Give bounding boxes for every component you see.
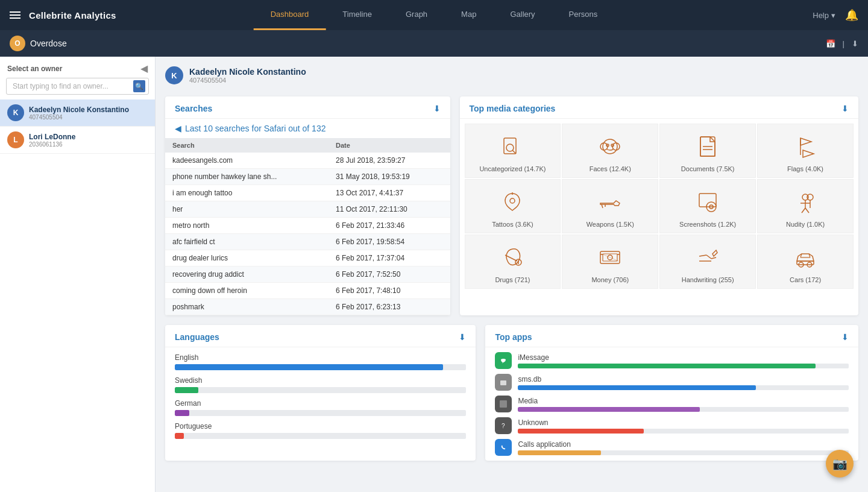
media-category-icon (595, 131, 625, 162)
media-category-icon (693, 242, 723, 273)
notifications-icon[interactable]: 🔔 (845, 8, 858, 22)
table-row[interactable]: i am enough tattoo13 Oct 2017, 4:41:37 (165, 185, 450, 201)
table-row[interactable]: kadeesangels.com28 Jul 2018, 23:59:27 (165, 153, 450, 169)
svg-line-23 (805, 208, 809, 213)
app-icon (495, 396, 512, 412)
nav-tabs: Dashboard Timeline Graph Map Gallery Per… (254, 0, 615, 30)
top-navigation: Cellebrite Analytics Dashboard Timeline … (0, 0, 868, 30)
language-name: German (175, 399, 466, 408)
language-bar (175, 410, 189, 416)
languages-list: English Swedish German Portuguese (165, 347, 476, 445)
col-date: Date (329, 138, 450, 153)
svg-line-22 (802, 208, 805, 213)
search-date: 6 Feb 2017, 6:23:13 (329, 299, 450, 315)
media-category-item[interactable]: Weapons (1.5K) (562, 179, 658, 233)
app-item[interactable]: iMessage (495, 352, 849, 369)
tab-gallery[interactable]: Gallery (493, 0, 552, 30)
app-icon (495, 439, 512, 456)
search-term: afc fairfield ct (165, 234, 329, 250)
media-category-label: Handwriting (255) (682, 276, 734, 283)
app-bar-bg (518, 385, 849, 390)
search-term: drug dealer lurics (165, 250, 329, 266)
app-item[interactable]: ? Unknown (495, 417, 849, 434)
searches-card: Searches ⬇ ◀ Last 10 searches for Safari… (165, 96, 450, 315)
export-icon[interactable]: ⬇ (852, 39, 858, 48)
owner-header: K Kadeelyn Nicole Konstantino 4074505504 (165, 66, 858, 87)
app-name: Media (518, 397, 849, 405)
selected-owner-name: Kadeelyn Nicole Konstantino (189, 67, 306, 77)
media-category-label: Money (706) (591, 276, 629, 283)
owner-name-kadeelyn: Kadeelyn Nicole Konstantino (29, 106, 129, 114)
app-bar (518, 429, 643, 434)
app-item[interactable]: sms.db (495, 374, 849, 391)
sidebar-collapse-button[interactable]: ◀ (140, 63, 148, 74)
media-category-item[interactable]: Tattoos (3.6K) (465, 179, 561, 233)
table-row[interactable]: coming down off heroin6 Feb 2017, 7:48:1… (165, 283, 450, 299)
search-term: i am enough tattoo (165, 185, 329, 201)
searches-nav-label: Last 10 searches for Safari out of 132 (185, 124, 326, 133)
tab-timeline[interactable]: Timeline (326, 0, 389, 30)
languages-download-icon[interactable]: ⬇ (459, 332, 466, 342)
language-bar (175, 433, 184, 439)
search-term: metro north (165, 218, 329, 234)
media-category-icon (693, 131, 723, 162)
media-category-item[interactable]: Screenshots (1.2K) (659, 179, 756, 233)
owner-search-input[interactable] (6, 78, 149, 95)
media-category-label: Tattoos (3.6K) (492, 221, 533, 228)
media-category-icon (497, 242, 527, 273)
owner-id-kadeelyn: 4074505504 (29, 114, 129, 121)
app-bar-bg (518, 407, 849, 412)
help-button[interactable]: Help ▾ (813, 11, 835, 20)
searches-download-icon[interactable]: ⬇ (433, 104, 441, 113)
media-category-item[interactable]: Drugs (721) (465, 235, 561, 289)
tab-graph[interactable]: Graph (389, 0, 444, 30)
media-download-icon[interactable]: ⬇ (841, 104, 849, 113)
media-category-item[interactable]: Faces (12.4K) (562, 124, 658, 178)
table-row[interactable]: afc fairfield ct6 Feb 2017, 19:58:54 (165, 234, 450, 250)
table-row[interactable]: her11 Oct 2017, 22:11:30 (165, 201, 450, 218)
col-search: Search (165, 138, 329, 153)
media-card-header: Top media categories ⬇ (460, 96, 859, 119)
search-date: 13 Oct 2017, 4:41:37 (329, 185, 450, 201)
media-category-item[interactable]: Flags (4.0K) (757, 124, 854, 178)
media-category-item[interactable]: Uncategorized (14.7K) (465, 124, 561, 178)
sub-header: O Overdose 📅 | ⬇ (0, 30, 868, 57)
tab-map[interactable]: Map (444, 0, 493, 30)
media-category-icon (790, 242, 820, 273)
table-row[interactable]: drug dealer lurics6 Feb 2017, 17:37:04 (165, 250, 450, 266)
table-row[interactable]: recovering drug addict6 Feb 2017, 7:52:5… (165, 266, 450, 283)
search-term: her (165, 201, 329, 218)
apps-download-icon[interactable]: ⬇ (841, 332, 849, 342)
language-bar (175, 387, 198, 393)
app-item[interactable]: Calls application (495, 439, 849, 456)
app-item[interactable]: Media (495, 396, 849, 412)
table-row[interactable]: phone number hawkey lane sh...31 May 201… (165, 169, 450, 185)
media-category-label: Screenshots (1.2K) (679, 221, 736, 228)
svg-point-12 (510, 198, 515, 203)
search-date: 6 Feb 2017, 7:52:50 (329, 266, 450, 283)
media-category-item[interactable]: Nudity (1.0K) (757, 179, 854, 233)
app-name: Calls application (518, 440, 849, 449)
tab-persons[interactable]: Persons (552, 0, 615, 30)
language-bar-bg (175, 387, 466, 393)
media-category-item[interactable]: Money (706) (562, 235, 658, 289)
media-category-item[interactable]: Handwriting (255) (659, 235, 756, 289)
owner-id-lori: 2036061136 (29, 141, 75, 148)
owner-item-lori[interactable]: L Lori LeDonne 2036061136 (0, 127, 155, 154)
language-bar-bg (175, 364, 466, 370)
svg-line-14 (602, 204, 603, 208)
camera-fab[interactable]: 📷 (826, 450, 854, 478)
media-category-item[interactable]: Cars (172) (757, 235, 854, 289)
tab-dashboard[interactable]: Dashboard (254, 0, 326, 30)
svg-text:?: ? (502, 423, 505, 429)
table-row[interactable]: metro north6 Feb 2017, 21:33:46 (165, 218, 450, 234)
app-bar (518, 385, 756, 390)
media-category-item[interactable]: Documents (7.5K) (659, 124, 756, 178)
calendar-icon[interactable]: 📅 (826, 39, 835, 48)
table-row[interactable]: poshmark6 Feb 2017, 6:23:13 (165, 299, 450, 315)
menu-button[interactable] (10, 11, 20, 19)
searches-nav[interactable]: ◀ Last 10 searches for Safari out of 132 (165, 119, 450, 138)
owner-search-button[interactable]: 🔍 (133, 80, 145, 92)
owner-item-kadeelyn[interactable]: K Kadeelyn Nicole Konstantino 4074505504 (0, 99, 155, 127)
search-term: coming down off heroin (165, 283, 329, 299)
